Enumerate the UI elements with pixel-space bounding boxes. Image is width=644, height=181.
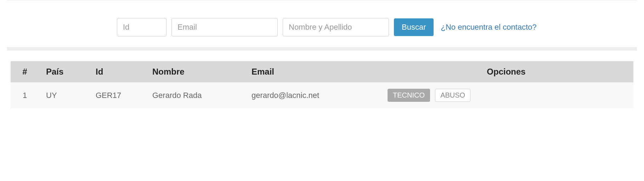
cell-num: 1 xyxy=(11,82,39,108)
abuso-badge[interactable]: ABUSO xyxy=(435,89,470,102)
cell-id: GER17 xyxy=(89,82,145,108)
top-divider xyxy=(7,0,637,0)
table-row: 1 UY GER17 Gerardo Rada gerardo@lacnic.n… xyxy=(11,82,633,108)
name-input[interactable] xyxy=(283,18,389,36)
header-country: País xyxy=(39,61,89,82)
search-button[interactable]: Buscar xyxy=(394,18,434,36)
email-input[interactable] xyxy=(171,18,278,36)
header-num: # xyxy=(11,61,39,82)
header-id: Id xyxy=(89,61,145,82)
header-name: Nombre xyxy=(145,61,244,82)
results-table-wrap: # País Id Nombre Email Opciones 1 UY GER… xyxy=(0,61,644,108)
results-table: # País Id Nombre Email Opciones 1 UY GER… xyxy=(11,61,633,108)
cell-name: Gerardo Rada xyxy=(145,82,244,108)
header-email: Email xyxy=(244,61,379,82)
help-link[interactable]: ¿No encuentra el contacto? xyxy=(441,23,536,32)
table-header-row: # País Id Nombre Email Opciones xyxy=(11,61,633,82)
tecnico-badge[interactable]: TECNICO xyxy=(388,89,430,102)
section-divider xyxy=(7,47,637,51)
cell-country: UY xyxy=(39,82,89,108)
search-row: Buscar ¿No encuentra el contacto? xyxy=(110,18,644,47)
id-input[interactable] xyxy=(117,18,166,36)
header-options: Opciones xyxy=(379,61,633,82)
cell-options: TECNICO ABUSO xyxy=(379,82,633,108)
cell-email: gerardo@lacnic.net xyxy=(244,82,379,108)
